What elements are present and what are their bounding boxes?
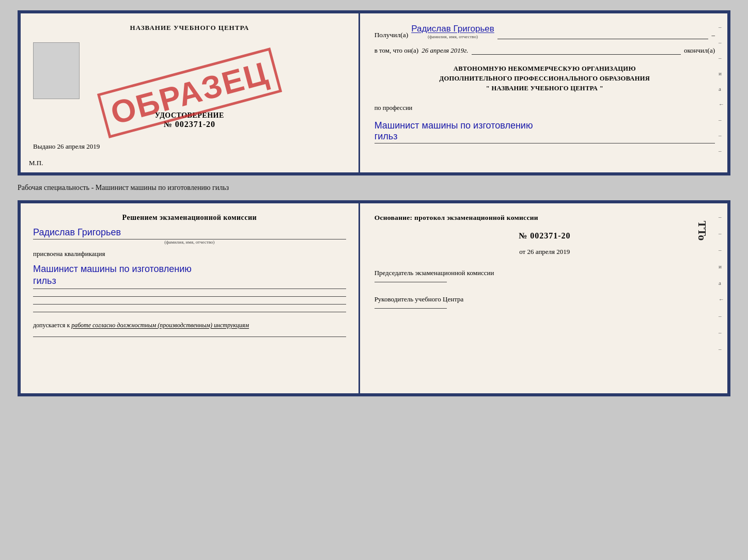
name-subtitle: (фамилия, имя, отчество) (428, 34, 478, 39)
bottom-name-block: Радислав Григорьев (фамилия, имя, отчест… (33, 227, 346, 245)
bottom-profession: Машинист машины по изготовлению гильз (33, 263, 346, 289)
org-line2: ДОПОЛНИТЕЛЬНОГО ПРОФЕССИОНАЛЬНОГО ОБРАЗО… (375, 74, 715, 84)
underline1 (33, 296, 346, 297)
poluchil-label: Получил(а) (375, 31, 409, 39)
poluchil-line: Получил(а) Радислав Григорьев (фамилия, … (375, 24, 715, 39)
bottom-cert-left: Решением экзаменационной комиссии Радисл… (21, 203, 360, 393)
profession-handwritten: Машинист машины по изготовлению гильз (375, 120, 715, 143)
predsedatel-line (375, 282, 447, 282)
bottom-name-sub: (фамилия, имя, отчество) (33, 239, 346, 245)
right-margin-dashes: – – – и а ← – – – (719, 24, 724, 154)
vydano-line: Выдано 26 апреля 2019 (33, 142, 346, 151)
prisvoyena-text: присвоена квалификация (33, 250, 346, 258)
po-professii-label: по профессии (375, 104, 715, 112)
top-cert-right: Получил(а) Радислав Григорьев (фамилия, … (360, 13, 727, 172)
vydano-date: 26 апреля 2019 (57, 142, 100, 150)
rukovoditel-line (375, 308, 447, 309)
rukovoditel-block: Руководитель учебного Центра (375, 295, 715, 309)
mp-line: М.П. (29, 159, 43, 167)
org-name: " НАЗВАНИЕ УЧЕБНОГО ЦЕНТРА " (375, 84, 715, 93)
top-cert-title: НАЗВАНИЕ УЧЕБНОГО ЦЕНТРА (33, 24, 346, 32)
udostoverenie-block: УДОСТОВЕРЕНИЕ № 002371-20 (33, 111, 346, 129)
underline2 (33, 304, 346, 305)
ot-date-line: от 26 апреля 2019 (375, 248, 715, 256)
bottom-certificate: Решением экзаменационной комиссии Радисл… (18, 200, 730, 396)
underline3 (33, 312, 346, 312)
speciality-label: Рабочая специальность - Машинист машины … (18, 182, 730, 194)
vydano-label: Выдано (33, 142, 55, 150)
tto-text: TTo (695, 221, 709, 241)
ot-label: от (519, 248, 525, 255)
vtom-date: 26 апреля 2019г. (422, 46, 468, 55)
osnovanie-text: Основание: протокол экзаменационной коми… (375, 214, 715, 222)
bottom-recipient-name: Радислав Григорьев (33, 227, 346, 239)
bottom-right-margin-dashes: – – – и а ← – – – (719, 214, 724, 352)
dopuskaetsya-block: допускается к работе согласно должностны… (33, 322, 346, 329)
photo-placeholder (33, 42, 80, 99)
predsedatel-title: Председатель экзаменационной комиссии (375, 268, 715, 278)
top-certificate: НАЗВАНИЕ УЧЕБНОГО ЦЕНТРА УДОСТОВЕРЕНИЕ №… (18, 10, 730, 175)
org-block: АВТОНОМНУЮ НЕКОММЕРЧЕСКУЮ ОРГАНИЗАЦИЮ ДО… (375, 64, 715, 93)
udostoverenie-label: УДОСТОВЕРЕНИЕ (33, 111, 346, 120)
okonchil-label: окончил(а) (684, 46, 715, 55)
bottom-date: 26 апреля 2019 (527, 248, 570, 255)
document-container: НАЗВАНИЕ УЧЕБНОГО ЦЕНТРА УДОСТОВЕРЕНИЕ №… (18, 10, 730, 396)
udostoverenie-number: № 002371-20 (33, 120, 346, 129)
vtom-label: в том, что он(а) (375, 46, 419, 55)
underline4 (33, 337, 346, 337)
dopuskaetsya-italic-text: работе согласно должностным (производств… (71, 322, 249, 329)
org-line1: АВТОНОМНУЮ НЕКОММЕРЧЕСКУЮ ОРГАНИЗАЦИЮ (375, 64, 715, 74)
protocol-number: № 002371-20 (375, 231, 715, 241)
vtom-line: в том, что он(а) 26 апреля 2019г. окончи… (375, 46, 715, 55)
recipient-name: Радислав Григорьев (411, 24, 494, 34)
rukovoditel-title: Руководитель учебного Центра (375, 295, 715, 304)
predsedatel-block: Председатель экзаменационной комиссии (375, 268, 715, 282)
resheniem-text: Решением экзаменационной комиссии (33, 214, 346, 222)
top-cert-left: НАЗВАНИЕ УЧЕБНОГО ЦЕНТРА УДОСТОВЕРЕНИЕ №… (21, 13, 360, 172)
bottom-cert-right: Основание: протокол экзаменационной коми… (360, 203, 727, 393)
